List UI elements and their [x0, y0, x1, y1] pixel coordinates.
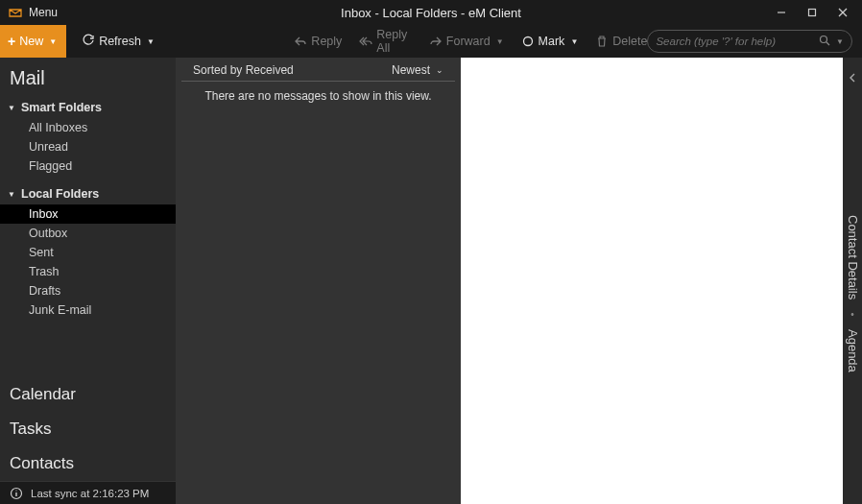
chevron-down-icon: ⌄: [436, 65, 443, 75]
svg-line-6: [826, 42, 829, 45]
status-text: Last sync at 2:16:23 PM: [31, 488, 149, 499]
reply-button[interactable]: Reply: [294, 35, 342, 48]
svg-point-5: [821, 36, 827, 42]
sidebar-item-junk-e-mail[interactable]: Junk E-mail: [0, 300, 176, 320]
list-header: Sorted by Received Newest ⌄: [181, 58, 455, 82]
nav-tasks[interactable]: Tasks: [0, 412, 176, 446]
empty-message: There are no messages to show in this vi…: [176, 82, 461, 110]
svg-rect-1: [809, 10, 816, 16]
forward-icon: [429, 35, 443, 48]
separator-dot: •: [850, 303, 854, 325]
app-icon: [8, 5, 23, 20]
reply-all-label: Reply All: [376, 28, 412, 55]
window-title: Inbox - Local Folders - eM Client: [0, 6, 862, 20]
reply-label: Reply: [311, 35, 342, 48]
search-box[interactable]: ▼: [647, 30, 852, 53]
sort-order-label: Newest: [392, 63, 430, 77]
search-icon[interactable]: [817, 35, 832, 49]
menu-button[interactable]: Menu: [29, 6, 58, 19]
sidebar-item-flagged[interactable]: Flagged: [0, 156, 176, 176]
close-button[interactable]: [829, 1, 856, 24]
reply-all-icon: [359, 35, 372, 48]
message-list-pane: Sorted by Received Newest ⌄ There are no…: [176, 58, 461, 504]
refresh-icon: [82, 34, 95, 50]
trash-icon: [595, 35, 609, 48]
mark-button[interactable]: Mark ▼: [521, 35, 579, 48]
nav-contacts[interactable]: Contacts: [0, 446, 176, 481]
titlebar: Menu Inbox - Local Folders - eM Client: [0, 0, 862, 25]
minimize-button[interactable]: [768, 1, 795, 24]
sidebar-item-inbox[interactable]: Inbox: [0, 204, 176, 224]
chevron-down-icon: ▼: [570, 37, 578, 46]
reply-all-button[interactable]: Reply All: [359, 28, 412, 55]
sidebar-item-trash[interactable]: Trash: [0, 262, 176, 281]
reply-icon: [294, 35, 307, 48]
local-folders-label: Local Folders: [21, 187, 99, 201]
sidebar-section-local-folders[interactable]: ▼ Local Folders: [0, 183, 176, 204]
expand-right-pane-button[interactable]: [848, 63, 857, 106]
chevron-down-icon: ▼: [147, 37, 155, 46]
mark-label: Mark: [539, 35, 565, 48]
main-area: Mail ▼ Smart Folders All InboxesUnreadFl…: [0, 58, 862, 504]
sidebar: Mail ▼ Smart Folders All InboxesUnreadFl…: [0, 58, 176, 504]
new-button[interactable]: + New ▼: [0, 25, 66, 58]
sidebar-section-smart-folders[interactable]: ▼ Smart Folders: [0, 97, 176, 118]
refresh-button[interactable]: Refresh ▼: [82, 34, 155, 50]
chevron-down-icon: ▼: [8, 190, 17, 199]
chevron-down-icon: ▼: [49, 37, 57, 46]
chevron-down-icon: ▼: [496, 37, 504, 46]
right-sidebar: Contact Details • Agenda: [843, 58, 862, 504]
nav-calendar[interactable]: Calendar: [0, 377, 176, 412]
search-input[interactable]: [656, 36, 817, 47]
sort-order-button[interactable]: Newest ⌄: [392, 63, 443, 77]
toolbar: + New ▼ Refresh ▼ Reply Reply All Forwar: [0, 25, 862, 58]
smart-folders-label: Smart Folders: [21, 101, 102, 114]
new-label: New: [19, 35, 43, 48]
maximize-button[interactable]: [799, 1, 826, 24]
mark-icon: [521, 35, 535, 48]
chevron-down-icon: ▼: [8, 104, 17, 112]
status-bar: Last sync at 2:16:23 PM: [0, 481, 176, 504]
svg-point-4: [523, 37, 532, 46]
sidebar-header-mail[interactable]: Mail: [0, 58, 176, 97]
message-tools: Reply Reply All Forward ▼ Mark ▼: [294, 28, 647, 55]
sorted-by-label[interactable]: Sorted by Received: [193, 63, 294, 77]
forward-button[interactable]: Forward ▼: [429, 35, 504, 48]
delete-button[interactable]: Delete: [595, 35, 647, 48]
sidebar-item-all-inboxes[interactable]: All Inboxes: [0, 118, 176, 137]
chevron-down-icon[interactable]: ▼: [832, 37, 844, 46]
contact-details-tab[interactable]: Contact Details: [846, 211, 860, 303]
agenda-tab[interactable]: Agenda: [846, 325, 860, 376]
sidebar-item-drafts[interactable]: Drafts: [0, 281, 176, 300]
plus-icon: +: [8, 34, 15, 49]
delete-label: Delete: [612, 35, 647, 48]
sidebar-item-outbox[interactable]: Outbox: [0, 224, 176, 243]
sidebar-item-unread[interactable]: Unread: [0, 137, 176, 156]
forward-label: Forward: [446, 35, 491, 48]
refresh-label: Refresh: [99, 35, 141, 48]
svg-point-9: [15, 490, 16, 491]
sidebar-item-sent[interactable]: Sent: [0, 243, 176, 262]
info-icon: [10, 487, 23, 500]
preview-pane: [461, 58, 843, 504]
